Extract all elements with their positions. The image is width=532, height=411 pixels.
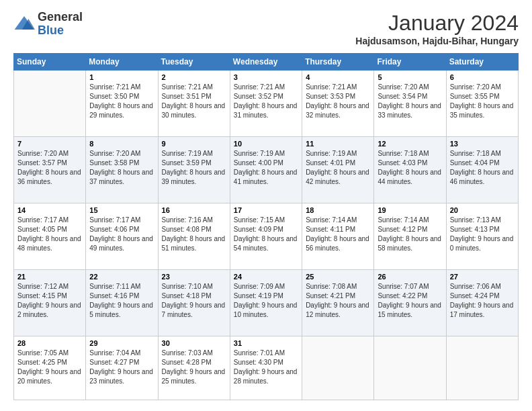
table-row: 12 Sunrise: 7:18 AMSunset: 4:03 PMDaylig… bbox=[374, 136, 446, 203]
table-row bbox=[446, 336, 518, 400]
table-row: 14 Sunrise: 7:17 AMSunset: 4:05 PMDaylig… bbox=[14, 203, 86, 269]
day-info: Sunrise: 7:21 AMSunset: 3:50 PMDaylight:… bbox=[89, 83, 154, 120]
day-number: 29 bbox=[89, 339, 154, 347]
logo-blue-text: Blue bbox=[38, 24, 83, 38]
day-info: Sunrise: 7:20 AMSunset: 3:57 PMDaylight:… bbox=[17, 149, 82, 187]
table-row: 31 Sunrise: 7:01 AMSunset: 4:30 PMDaylig… bbox=[230, 336, 302, 400]
logo-text: General Blue bbox=[38, 11, 83, 38]
day-info: Sunrise: 7:05 AMSunset: 4:25 PMDaylight:… bbox=[17, 349, 82, 386]
table-row: 5 Sunrise: 7:20 AMSunset: 3:54 PMDayligh… bbox=[374, 71, 446, 137]
day-info: Sunrise: 7:21 AMSunset: 3:53 PMDaylight:… bbox=[306, 83, 370, 120]
table-row: 3 Sunrise: 7:21 AMSunset: 3:52 PMDayligh… bbox=[230, 71, 302, 137]
weekday-header-row: Sunday Monday Tuesday Wednesday Thursday… bbox=[14, 54, 519, 71]
page: General Blue January 2024 Hajdusamson, H… bbox=[0, 0, 532, 411]
table-row: 23 Sunrise: 7:10 AMSunset: 4:18 PMDaylig… bbox=[158, 269, 230, 336]
day-number: 28 bbox=[17, 339, 82, 347]
title-block: January 2024 Hajdusamson, Hajdu-Bihar, H… bbox=[355, 11, 519, 46]
day-number: 7 bbox=[17, 140, 82, 148]
table-row: 11 Sunrise: 7:19 AMSunset: 4:01 PMDaylig… bbox=[302, 136, 374, 203]
table-row: 7 Sunrise: 7:20 AMSunset: 3:57 PMDayligh… bbox=[14, 136, 86, 203]
day-number: 31 bbox=[234, 339, 298, 347]
day-number: 21 bbox=[17, 273, 82, 281]
day-info: Sunrise: 7:15 AMSunset: 4:09 PMDaylight:… bbox=[234, 216, 298, 253]
header-wednesday: Wednesday bbox=[230, 54, 302, 71]
table-row: 19 Sunrise: 7:14 AMSunset: 4:12 PMDaylig… bbox=[374, 203, 446, 269]
day-info: Sunrise: 7:18 AMSunset: 4:03 PMDaylight:… bbox=[378, 149, 442, 187]
logo-general-text: General bbox=[38, 11, 83, 24]
day-number: 17 bbox=[234, 206, 298, 214]
table-row bbox=[374, 336, 446, 400]
day-info: Sunrise: 7:06 AMSunset: 4:24 PMDaylight:… bbox=[450, 282, 515, 320]
table-row: 4 Sunrise: 7:21 AMSunset: 3:53 PMDayligh… bbox=[302, 71, 374, 137]
header: General Blue January 2024 Hajdusamson, H… bbox=[13, 11, 519, 46]
day-info: Sunrise: 7:14 AMSunset: 4:12 PMDaylight:… bbox=[378, 216, 442, 253]
day-info: Sunrise: 7:12 AMSunset: 4:15 PMDaylight:… bbox=[17, 282, 82, 320]
day-info: Sunrise: 7:07 AMSunset: 4:22 PMDaylight:… bbox=[378, 282, 442, 320]
table-row: 18 Sunrise: 7:14 AMSunset: 4:11 PMDaylig… bbox=[302, 203, 374, 269]
day-info: Sunrise: 7:20 AMSunset: 3:58 PMDaylight:… bbox=[89, 149, 154, 187]
day-info: Sunrise: 7:19 AMSunset: 4:00 PMDaylight:… bbox=[234, 149, 298, 187]
day-info: Sunrise: 7:04 AMSunset: 4:27 PMDaylight:… bbox=[89, 349, 154, 386]
table-row: 17 Sunrise: 7:15 AMSunset: 4:09 PMDaylig… bbox=[230, 203, 302, 269]
day-number: 3 bbox=[234, 73, 298, 81]
day-info: Sunrise: 7:13 AMSunset: 4:13 PMDaylight:… bbox=[450, 216, 515, 253]
table-row bbox=[14, 71, 86, 137]
day-number: 13 bbox=[450, 140, 515, 148]
day-number: 2 bbox=[162, 73, 226, 81]
day-info: Sunrise: 7:20 AMSunset: 3:55 PMDaylight:… bbox=[450, 83, 515, 120]
day-number: 30 bbox=[162, 339, 226, 347]
day-number: 14 bbox=[17, 206, 82, 214]
logo: General Blue bbox=[13, 11, 83, 38]
header-tuesday: Tuesday bbox=[158, 54, 230, 71]
day-number: 11 bbox=[306, 140, 370, 148]
day-info: Sunrise: 7:10 AMSunset: 4:18 PMDaylight:… bbox=[162, 282, 226, 320]
day-number: 12 bbox=[378, 140, 442, 148]
day-number: 25 bbox=[306, 273, 370, 281]
day-number: 16 bbox=[162, 206, 226, 214]
day-info: Sunrise: 7:19 AMSunset: 4:01 PMDaylight:… bbox=[306, 149, 370, 187]
day-number: 22 bbox=[89, 273, 154, 281]
logo-icon bbox=[13, 13, 35, 35]
day-info: Sunrise: 7:21 AMSunset: 3:51 PMDaylight:… bbox=[162, 83, 226, 120]
day-info: Sunrise: 7:20 AMSunset: 3:54 PMDaylight:… bbox=[378, 83, 442, 120]
table-row: 15 Sunrise: 7:17 AMSunset: 4:06 PMDaylig… bbox=[86, 203, 158, 269]
table-row: 16 Sunrise: 7:16 AMSunset: 4:08 PMDaylig… bbox=[158, 203, 230, 269]
day-info: Sunrise: 7:11 AMSunset: 4:16 PMDaylight:… bbox=[89, 282, 154, 320]
day-info: Sunrise: 7:18 AMSunset: 4:04 PMDaylight:… bbox=[450, 149, 515, 187]
table-row: 8 Sunrise: 7:20 AMSunset: 3:58 PMDayligh… bbox=[86, 136, 158, 203]
day-number: 6 bbox=[450, 73, 515, 81]
day-number: 4 bbox=[306, 73, 370, 81]
table-row: 9 Sunrise: 7:19 AMSunset: 3:59 PMDayligh… bbox=[158, 136, 230, 203]
day-number: 27 bbox=[450, 273, 515, 281]
day-number: 10 bbox=[234, 140, 298, 148]
day-info: Sunrise: 7:01 AMSunset: 4:30 PMDaylight:… bbox=[234, 349, 298, 386]
day-info: Sunrise: 7:03 AMSunset: 4:28 PMDaylight:… bbox=[162, 349, 226, 386]
table-row: 26 Sunrise: 7:07 AMSunset: 4:22 PMDaylig… bbox=[374, 269, 446, 336]
day-info: Sunrise: 7:08 AMSunset: 4:21 PMDaylight:… bbox=[306, 282, 370, 320]
day-number: 18 bbox=[306, 206, 370, 214]
header-sunday: Sunday bbox=[14, 54, 86, 71]
day-number: 24 bbox=[234, 273, 298, 281]
header-saturday: Saturday bbox=[446, 54, 518, 71]
day-number: 23 bbox=[162, 273, 226, 281]
day-info: Sunrise: 7:17 AMSunset: 4:06 PMDaylight:… bbox=[89, 216, 154, 253]
header-friday: Friday bbox=[374, 54, 446, 71]
table-row: 20 Sunrise: 7:13 AMSunset: 4:13 PMDaylig… bbox=[446, 203, 518, 269]
table-row: 10 Sunrise: 7:19 AMSunset: 4:00 PMDaylig… bbox=[230, 136, 302, 203]
day-info: Sunrise: 7:21 AMSunset: 3:52 PMDaylight:… bbox=[234, 83, 298, 120]
day-number: 8 bbox=[89, 140, 154, 148]
day-number: 19 bbox=[378, 206, 442, 214]
table-row: 2 Sunrise: 7:21 AMSunset: 3:51 PMDayligh… bbox=[158, 71, 230, 137]
day-info: Sunrise: 7:17 AMSunset: 4:05 PMDaylight:… bbox=[17, 216, 82, 253]
table-row: 29 Sunrise: 7:04 AMSunset: 4:27 PMDaylig… bbox=[86, 336, 158, 400]
table-row: 13 Sunrise: 7:18 AMSunset: 4:04 PMDaylig… bbox=[446, 136, 518, 203]
table-row: 21 Sunrise: 7:12 AMSunset: 4:15 PMDaylig… bbox=[14, 269, 86, 336]
table-row: 1 Sunrise: 7:21 AMSunset: 3:50 PMDayligh… bbox=[86, 71, 158, 137]
day-number: 15 bbox=[89, 206, 154, 214]
table-row: 28 Sunrise: 7:05 AMSunset: 4:25 PMDaylig… bbox=[14, 336, 86, 400]
calendar-table: Sunday Monday Tuesday Wednesday Thursday… bbox=[13, 53, 519, 400]
table-row: 6 Sunrise: 7:20 AMSunset: 3:55 PMDayligh… bbox=[446, 71, 518, 137]
header-thursday: Thursday bbox=[302, 54, 374, 71]
table-row bbox=[302, 336, 374, 400]
table-row: 24 Sunrise: 7:09 AMSunset: 4:19 PMDaylig… bbox=[230, 269, 302, 336]
